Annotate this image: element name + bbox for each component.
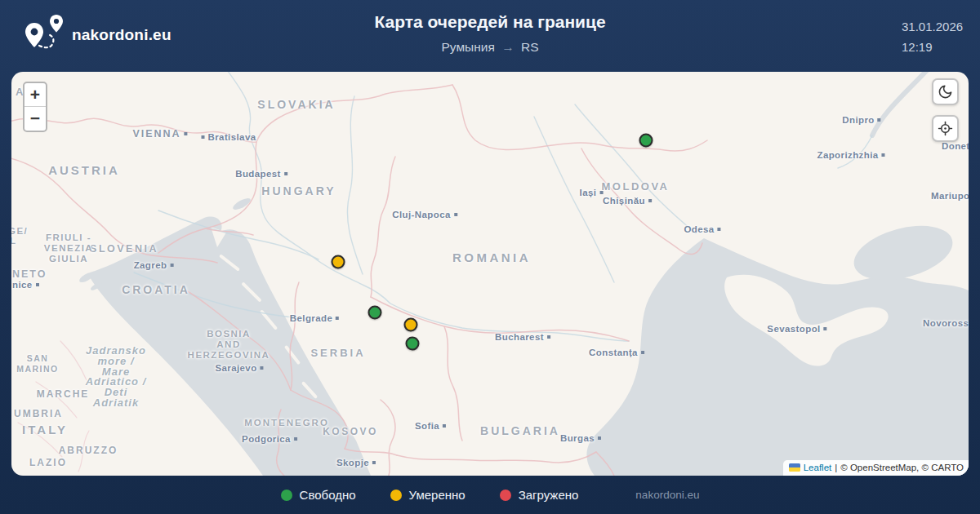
header: nakordoni.eu Карта очередей на границе Р… — [0, 0, 980, 72]
site-label: nakordoni.eu — [635, 489, 699, 501]
locate-icon — [938, 121, 953, 136]
ukraine-flag-icon — [789, 463, 800, 472]
map-geography — [11, 72, 969, 476]
zoom-control: + − — [23, 82, 47, 132]
border-crossing-marker-free[interactable] — [406, 337, 420, 351]
border-crossing-marker-free[interactable] — [368, 306, 382, 320]
route-arrow-icon: → — [498, 40, 518, 54]
legend-item-moderate: Умеренно — [390, 488, 466, 502]
map-attribution: Leaflet | © OpenStreetMap, © CARTO — [783, 460, 969, 476]
datetime: 31.01.2026 12:19 — [902, 16, 963, 57]
legend-label: Свободно — [300, 488, 356, 502]
dnipro-reservoir — [872, 72, 929, 135]
page-title: Карта очередей на границе — [0, 12, 980, 32]
legend-item-free: Свободно — [281, 488, 356, 502]
zoom-out-button[interactable]: − — [24, 107, 46, 131]
border-crossing-marker-free[interactable] — [639, 134, 653, 148]
route-to: RS — [521, 40, 539, 54]
locate-button[interactable] — [932, 115, 959, 142]
legend-dot-icon — [281, 490, 292, 501]
border-crossing-marker-moderate[interactable] — [404, 318, 418, 332]
leaflet-link[interactable]: Leaflet — [804, 463, 832, 472]
danube-river — [225, 72, 629, 341]
route-from: Румыния — [442, 40, 495, 54]
legend-label: Загружено — [519, 488, 579, 502]
zoom-in-button[interactable]: + — [24, 83, 46, 107]
prut-river — [534, 117, 614, 282]
attribution-copyright: © OpenStreetMap, © CARTO — [840, 463, 964, 472]
dnipro-river — [838, 135, 872, 168]
legend-label: Умеренно — [409, 488, 466, 502]
time-label: 12:19 — [902, 37, 963, 57]
tisza-river — [347, 96, 363, 274]
date-label: 31.01.2026 — [902, 16, 963, 37]
adriatic-sea — [90, 216, 371, 476]
border-crossing-marker-moderate[interactable] — [332, 255, 345, 269]
map-canvas[interactable]: SLOVAKIAAUSTRIAHUNGARYMOLDOVAROMANIASLOV… — [11, 72, 969, 476]
legend-dot-icon — [500, 490, 511, 501]
legend-item-busy: Загружено — [500, 488, 579, 502]
legend-dot-icon — [390, 490, 402, 501]
dark-mode-button[interactable] — [932, 78, 959, 105]
dniester-river — [575, 104, 696, 233]
attribution-separator: | — [835, 463, 837, 472]
route-subtitle: Румыния → RS — [0, 40, 980, 55]
moon-icon — [938, 84, 953, 100]
legend-bar: СвободноУмеренноЗагружено nakordoni.eu — [0, 476, 980, 514]
